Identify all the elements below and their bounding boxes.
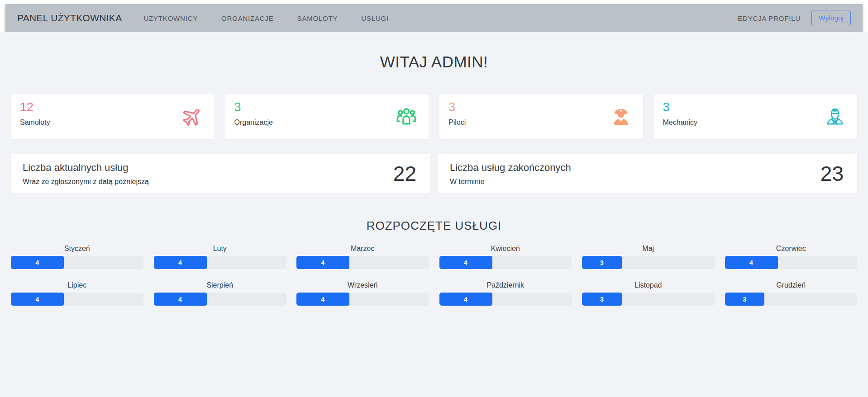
progress-fill: 4	[154, 256, 207, 269]
summary-value: 22	[393, 161, 418, 186]
month-label: Lipiec	[11, 281, 143, 289]
progress-fill: 3	[582, 256, 622, 269]
summary-title: Liczba usług zakończonych	[450, 162, 571, 174]
progress-value: 3	[600, 259, 604, 266]
progress-value: 3	[600, 296, 604, 303]
month-label: Luty	[154, 245, 286, 253]
month-progress: Marzec4	[296, 245, 429, 269]
progress-value: 4	[464, 259, 467, 266]
progress-value: 4	[36, 296, 39, 303]
summary-subtitle: Wraz ze zgłoszonymi z datą późniejszą	[23, 178, 149, 186]
logout-button[interactable]: Wyloguj	[811, 10, 851, 26]
stat-label: Organizacje	[234, 118, 420, 127]
nav-links: UŻYTKOWNICY ORGANIZACJE SAMOLOTY USŁUGI	[143, 14, 389, 22]
month-label: Marzec	[296, 245, 429, 253]
progress-value: 4	[178, 296, 182, 303]
month-progress: Październik4	[439, 281, 572, 306]
progress-track: 4	[154, 256, 286, 269]
month-progress: Listopad3	[582, 281, 715, 306]
topbar-wrap: PANEL UŻYTKOWNIKA UŻYTKOWNICY ORGANIZACJ…	[0, 0, 868, 32]
progress-track: 3	[582, 256, 715, 269]
progress-fill: 4	[154, 293, 207, 306]
progress-fill: 3	[725, 293, 765, 306]
progress-track: 4	[439, 256, 572, 269]
months-grid: Styczeń4Luty4Marzec4Kwiecień4Maj3Czerwie…	[11, 245, 857, 306]
stat-value: 3	[234, 100, 420, 114]
progress-value: 4	[464, 296, 467, 303]
summary-title: Liczba aktualnych usług	[23, 162, 149, 174]
stat-card-organizacje: 3 Organizacje	[225, 95, 429, 139]
progress-value: 4	[321, 259, 325, 266]
month-label: Grudzień	[725, 281, 858, 289]
progress-value: 3	[743, 296, 746, 303]
progress-value: 4	[36, 259, 39, 266]
group-icon	[395, 105, 418, 128]
navbar: PANEL UŻYTKOWNIKA UŻYTKOWNICY ORGANIZACJ…	[5, 4, 863, 32]
progress-fill: 4	[296, 293, 349, 306]
pilot-icon	[610, 105, 632, 128]
summary-row: Liczba aktualnych usług Wraz ze zgłoszon…	[11, 154, 857, 194]
progress-value: 4	[178, 259, 182, 266]
stat-card-samoloty: 12 Samoloty	[11, 95, 215, 139]
month-progress: Luty4	[154, 245, 286, 269]
stat-card-piloci: 3 Piloci	[439, 95, 643, 139]
progress-value: 4	[749, 259, 753, 266]
progress-track: 3	[725, 293, 858, 306]
month-progress: Grudzień3	[725, 281, 858, 306]
month-label: Kwiecień	[439, 245, 572, 253]
progress-fill: 4	[11, 293, 64, 306]
month-progress: Maj3	[582, 245, 715, 269]
summary-value: 23	[820, 161, 845, 186]
month-progress: Kwiecień4	[439, 245, 572, 269]
month-label: Maj	[582, 245, 715, 253]
summary-subtitle: W terminie	[450, 178, 571, 186]
progress-fill: 4	[725, 256, 778, 269]
section-title-started-services: ROZPOCZĘTE USŁUGI	[11, 219, 857, 233]
plane-icon	[181, 105, 204, 128]
stat-value: 3	[663, 100, 849, 114]
stat-label: Mechanicy	[663, 118, 849, 127]
progress-track: 4	[11, 293, 143, 306]
progress-track: 4	[439, 293, 572, 306]
summary-card-current-services: Liczba aktualnych usług Wraz ze zgłoszon…	[11, 154, 430, 194]
month-progress: Sierpień4	[154, 281, 286, 306]
stat-card-mechanicy: 3 Mechanicy	[654, 95, 858, 139]
progress-track: 4	[296, 256, 429, 269]
progress-fill: 4	[296, 256, 349, 269]
stat-label: Piloci	[448, 118, 634, 127]
nav-item-uzytkownicy[interactable]: UŻYTKOWNICY	[143, 14, 198, 22]
month-progress: Czerwiec4	[725, 245, 858, 269]
profile-edit-link[interactable]: EDYCJA PROFILU	[738, 14, 801, 22]
nav-item-samoloty[interactable]: SAMOLOTY	[297, 14, 338, 22]
month-label: Wrzesień	[296, 281, 429, 289]
nav-right: EDYCJA PROFILU Wyloguj	[738, 10, 851, 26]
progress-track: 3	[582, 293, 715, 306]
progress-fill: 4	[11, 256, 64, 269]
month-progress: Styczeń4	[11, 245, 143, 269]
month-progress: Wrzesień4	[296, 281, 429, 306]
nav-item-organizacje[interactable]: ORGANIZACJE	[221, 14, 273, 22]
stat-value: 12	[20, 100, 205, 114]
page-title: WITAJ ADMIN!	[11, 32, 857, 71]
progress-track: 4	[296, 293, 429, 306]
month-label: Styczeń	[11, 245, 143, 253]
progress-fill: 3	[582, 293, 622, 306]
month-label: Październik	[439, 281, 572, 289]
stat-value: 3	[448, 100, 634, 114]
progress-value: 4	[321, 296, 325, 303]
progress-fill: 4	[439, 293, 492, 306]
progress-track: 4	[154, 293, 286, 306]
main-content: WITAJ ADMIN! 12 Samoloty 3 Organizacje	[0, 32, 868, 397]
mechanic-icon	[824, 105, 846, 128]
month-label: Czerwiec	[725, 245, 858, 253]
nav-item-uslugi[interactable]: USŁUGI	[361, 14, 389, 22]
progress-fill: 4	[439, 256, 492, 269]
progress-track: 4	[11, 256, 143, 269]
month-label: Listopad	[582, 281, 715, 289]
stats-row: 12 Samoloty 3 Organizacje	[11, 95, 857, 139]
progress-track: 4	[725, 256, 858, 269]
navbar-brand[interactable]: PANEL UŻYTKOWNIKA	[17, 13, 122, 24]
stat-label: Samoloty	[20, 118, 205, 127]
month-label: Sierpień	[154, 281, 286, 289]
month-progress: Lipiec4	[11, 281, 143, 306]
